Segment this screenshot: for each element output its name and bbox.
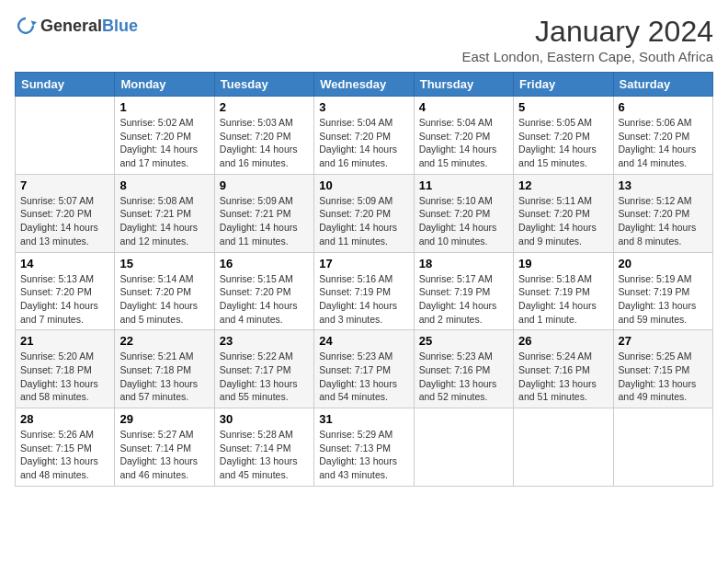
- day-info: Sunrise: 5:14 AM Sunset: 7:20 PM Dayligh…: [119, 272, 209, 327]
- calendar-cell: 4Sunrise: 5:04 AM Sunset: 7:20 PM Daylig…: [414, 97, 513, 175]
- day-number: 5: [518, 100, 608, 114]
- day-info: Sunrise: 5:13 AM Sunset: 7:20 PM Dayligh…: [20, 272, 109, 327]
- weekday-header-friday: Friday: [514, 73, 613, 97]
- calendar-cell: [16, 97, 115, 175]
- calendar-week-row: 28Sunrise: 5:26 AM Sunset: 7:15 PM Dayli…: [16, 408, 713, 487]
- day-number: 10: [319, 178, 408, 192]
- calendar-cell: 28Sunrise: 5:26 AM Sunset: 7:15 PM Dayli…: [16, 408, 115, 487]
- calendar-week-row: 1Sunrise: 5:02 AM Sunset: 7:20 PM Daylig…: [16, 97, 713, 175]
- logo-icon: [15, 15, 37, 37]
- day-info: Sunrise: 5:23 AM Sunset: 7:16 PM Dayligh…: [419, 350, 508, 404]
- calendar-cell: 3Sunrise: 5:04 AM Sunset: 7:20 PM Daylig…: [314, 97, 414, 175]
- day-info: Sunrise: 5:20 AM Sunset: 7:18 PM Dayligh…: [20, 350, 109, 404]
- calendar-cell: 27Sunrise: 5:25 AM Sunset: 7:15 PM Dayli…: [613, 330, 712, 408]
- day-number: 7: [20, 178, 109, 192]
- day-info: Sunrise: 5:10 AM Sunset: 7:20 PM Dayligh…: [419, 194, 508, 248]
- day-number: 6: [619, 100, 708, 114]
- weekday-header-monday: Monday: [115, 73, 214, 97]
- day-number: 17: [319, 257, 408, 270]
- day-info: Sunrise: 5:11 AM Sunset: 7:20 PM Dayligh…: [518, 194, 608, 248]
- calendar-cell: 22Sunrise: 5:21 AM Sunset: 7:18 PM Dayli…: [115, 330, 214, 408]
- calendar-cell: 10Sunrise: 5:09 AM Sunset: 7:20 PM Dayli…: [314, 174, 414, 252]
- calendar-cell: 11Sunrise: 5:10 AM Sunset: 7:20 PM Dayli…: [414, 174, 513, 252]
- month-title: January 2024: [461, 15, 713, 49]
- day-info: Sunrise: 5:03 AM Sunset: 7:20 PM Dayligh…: [220, 116, 309, 170]
- calendar-table: SundayMondayTuesdayWednesdayThursdayFrid…: [15, 72, 713, 487]
- day-info: Sunrise: 5:09 AM Sunset: 7:21 PM Dayligh…: [220, 194, 309, 248]
- calendar-cell: 23Sunrise: 5:22 AM Sunset: 7:17 PM Dayli…: [214, 330, 313, 408]
- calendar-cell: 20Sunrise: 5:19 AM Sunset: 7:19 PM Dayli…: [613, 252, 712, 330]
- calendar-cell: 31Sunrise: 5:29 AM Sunset: 7:13 PM Dayli…: [314, 408, 414, 487]
- day-number: 12: [518, 178, 608, 192]
- day-info: Sunrise: 5:19 AM Sunset: 7:19 PM Dayligh…: [619, 272, 708, 327]
- day-number: 13: [619, 178, 708, 192]
- day-info: Sunrise: 5:16 AM Sunset: 7:19 PM Dayligh…: [319, 272, 408, 327]
- calendar-cell: 19Sunrise: 5:18 AM Sunset: 7:19 PM Dayli…: [514, 252, 613, 330]
- day-number: 25: [419, 334, 508, 348]
- day-number: 29: [119, 412, 209, 426]
- calendar-cell: 6Sunrise: 5:06 AM Sunset: 7:20 PM Daylig…: [613, 97, 712, 175]
- calendar-cell: 5Sunrise: 5:05 AM Sunset: 7:20 PM Daylig…: [514, 97, 613, 175]
- calendar-cell: 29Sunrise: 5:27 AM Sunset: 7:14 PM Dayli…: [115, 408, 214, 487]
- calendar-cell: [514, 408, 613, 487]
- calendar-cell: 17Sunrise: 5:16 AM Sunset: 7:19 PM Dayli…: [314, 252, 414, 330]
- calendar-cell: 21Sunrise: 5:20 AM Sunset: 7:18 PM Dayli…: [16, 330, 115, 408]
- day-number: 3: [319, 100, 408, 114]
- day-info: Sunrise: 5:12 AM Sunset: 7:20 PM Dayligh…: [619, 194, 708, 248]
- day-info: Sunrise: 5:28 AM Sunset: 7:14 PM Dayligh…: [220, 428, 309, 482]
- day-number: 28: [20, 412, 109, 426]
- weekday-header-saturday: Saturday: [613, 73, 712, 97]
- day-number: 4: [419, 100, 508, 114]
- day-info: Sunrise: 5:07 AM Sunset: 7:20 PM Dayligh…: [20, 194, 109, 248]
- day-info: Sunrise: 5:23 AM Sunset: 7:17 PM Dayligh…: [319, 350, 408, 404]
- weekday-header-sunday: Sunday: [16, 73, 115, 97]
- calendar-cell: 12Sunrise: 5:11 AM Sunset: 7:20 PM Dayli…: [514, 174, 613, 252]
- logo-blue: Blue: [102, 17, 138, 36]
- calendar-cell: 13Sunrise: 5:12 AM Sunset: 7:20 PM Dayli…: [613, 174, 712, 252]
- day-info: Sunrise: 5:18 AM Sunset: 7:19 PM Dayligh…: [518, 272, 608, 327]
- day-number: 21: [20, 334, 109, 348]
- day-number: 16: [220, 257, 309, 270]
- day-info: Sunrise: 5:09 AM Sunset: 7:20 PM Dayligh…: [319, 194, 408, 248]
- day-info: Sunrise: 5:05 AM Sunset: 7:20 PM Dayligh…: [518, 116, 608, 170]
- day-info: Sunrise: 5:21 AM Sunset: 7:18 PM Dayligh…: [119, 350, 209, 404]
- calendar-cell: 2Sunrise: 5:03 AM Sunset: 7:20 PM Daylig…: [214, 97, 313, 175]
- weekday-header-wednesday: Wednesday: [314, 73, 414, 97]
- calendar-cell: [414, 408, 513, 487]
- day-number: 9: [220, 178, 309, 192]
- day-number: 15: [119, 257, 209, 270]
- day-number: 26: [518, 334, 608, 348]
- location-title: East London, Eastern Cape, South Africa: [461, 49, 713, 64]
- day-info: Sunrise: 5:22 AM Sunset: 7:17 PM Dayligh…: [220, 350, 309, 404]
- calendar-cell: [613, 408, 712, 487]
- calendar-cell: 25Sunrise: 5:23 AM Sunset: 7:16 PM Dayli…: [414, 330, 513, 408]
- logo: General Blue: [15, 15, 138, 37]
- day-number: 14: [20, 257, 109, 270]
- day-number: 30: [220, 412, 309, 426]
- calendar-week-row: 14Sunrise: 5:13 AM Sunset: 7:20 PM Dayli…: [16, 252, 713, 330]
- title-section: January 2024 East London, Eastern Cape, …: [461, 15, 713, 64]
- day-number: 27: [619, 334, 708, 348]
- page-header: General Blue January 2024 East London, E…: [15, 15, 713, 64]
- day-info: Sunrise: 5:24 AM Sunset: 7:16 PM Dayligh…: [518, 350, 608, 404]
- day-info: Sunrise: 5:04 AM Sunset: 7:20 PM Dayligh…: [419, 116, 508, 170]
- day-number: 20: [619, 257, 708, 270]
- day-number: 24: [319, 334, 408, 348]
- calendar-cell: 26Sunrise: 5:24 AM Sunset: 7:16 PM Dayli…: [514, 330, 613, 408]
- day-number: 22: [119, 334, 209, 348]
- day-info: Sunrise: 5:26 AM Sunset: 7:15 PM Dayligh…: [20, 428, 109, 482]
- calendar-cell: 8Sunrise: 5:08 AM Sunset: 7:21 PM Daylig…: [115, 174, 214, 252]
- logo-general: General: [40, 17, 102, 36]
- day-number: 31: [319, 412, 408, 426]
- day-info: Sunrise: 5:29 AM Sunset: 7:13 PM Dayligh…: [319, 428, 408, 482]
- day-info: Sunrise: 5:06 AM Sunset: 7:20 PM Dayligh…: [619, 116, 708, 170]
- day-info: Sunrise: 5:04 AM Sunset: 7:20 PM Dayligh…: [319, 116, 408, 170]
- day-number: 8: [119, 178, 209, 192]
- calendar-cell: 1Sunrise: 5:02 AM Sunset: 7:20 PM Daylig…: [115, 97, 214, 175]
- calendar-cell: 14Sunrise: 5:13 AM Sunset: 7:20 PM Dayli…: [16, 252, 115, 330]
- calendar-cell: 7Sunrise: 5:07 AM Sunset: 7:20 PM Daylig…: [16, 174, 115, 252]
- calendar-cell: 24Sunrise: 5:23 AM Sunset: 7:17 PM Dayli…: [314, 330, 414, 408]
- day-info: Sunrise: 5:08 AM Sunset: 7:21 PM Dayligh…: [119, 194, 209, 248]
- day-info: Sunrise: 5:02 AM Sunset: 7:20 PM Dayligh…: [119, 116, 209, 170]
- day-number: 11: [419, 178, 508, 192]
